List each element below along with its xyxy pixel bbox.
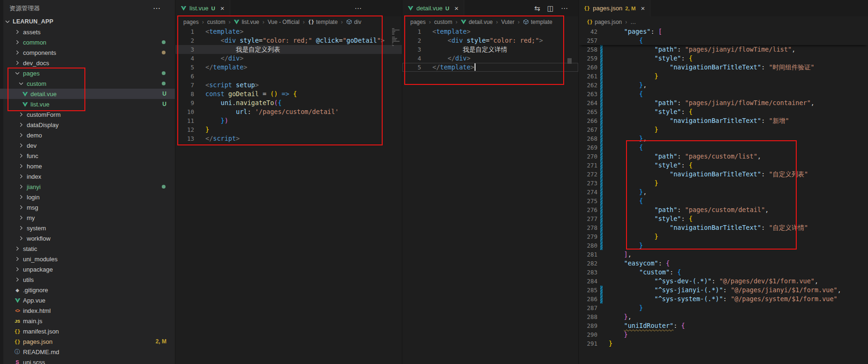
workspace-root[interactable]: LEARUN_APP bbox=[0, 16, 175, 27]
code-line-260[interactable]: 260 "navigationBarTitleText": "时间组件验证" bbox=[579, 63, 868, 72]
split-editor-icon[interactable]: ◫ bbox=[547, 4, 554, 13]
code-line-13[interactable]: 13</script> bbox=[175, 134, 402, 143]
code-line-271[interactable]: 271 "style": { bbox=[579, 161, 868, 170]
code-line-5[interactable]: 5</template> bbox=[402, 63, 578, 72]
code-line-287[interactable]: 287 } bbox=[579, 303, 868, 312]
tree-item-system[interactable]: system bbox=[0, 223, 175, 233]
tree-item-utils[interactable]: utils bbox=[0, 274, 175, 285]
open-changes-icon[interactable]: ⇆ bbox=[534, 4, 540, 13]
tree-item-main.js[interactable]: JSmain.js bbox=[0, 316, 175, 326]
breadcrumb-item[interactable]: div bbox=[346, 19, 361, 25]
code-line-12[interactable]: 12} bbox=[175, 125, 402, 134]
breadcrumb-item[interactable]: {}template bbox=[308, 19, 338, 25]
tab-list-vue[interactable]: list.vueU× bbox=[175, 0, 230, 16]
code-area[interactable]: 1<template>2 <div style="color: red;" @c… bbox=[175, 27, 402, 143]
close-icon[interactable]: × bbox=[641, 5, 645, 12]
code-line-261[interactable]: 261 } bbox=[579, 72, 868, 81]
tree-item-customForm[interactable]: customForm bbox=[0, 109, 175, 120]
breadcrumb-item[interactable]: {}pages.json bbox=[587, 19, 622, 25]
code-line-42[interactable]: 42 "pages": [ bbox=[579, 27, 868, 36]
code-line-273[interactable]: 273 } bbox=[579, 179, 868, 188]
code-line-10[interactable]: 10 url: '/pages/custom/detail' bbox=[175, 107, 402, 116]
code-line-4[interactable]: 4 </div> bbox=[402, 54, 578, 63]
breadcrumb-item[interactable]: … bbox=[630, 19, 636, 25]
close-icon[interactable]: × bbox=[220, 5, 225, 12]
code-line-290[interactable]: 290 } bbox=[579, 330, 868, 339]
code-line-291[interactable]: 291} bbox=[579, 339, 868, 348]
tree-item-pages[interactable]: pages bbox=[0, 68, 175, 78]
scrollbar-thumb[interactable] bbox=[567, 58, 572, 64]
breadcrumb-item[interactable]: custom bbox=[207, 19, 226, 25]
code-line-280[interactable]: 280 } bbox=[579, 241, 868, 250]
tree-item-components[interactable]: components bbox=[0, 47, 175, 58]
tree-item-pages.json[interactable]: {}pages.json2, M bbox=[0, 336, 175, 347]
code-line-2[interactable]: 2 <div style="color: red;"> bbox=[402, 36, 578, 45]
minimap[interactable] bbox=[392, 28, 400, 46]
code-line-285[interactable]: 285 "^sys-jianyi-(.*)": "@/pages/jianyi/… bbox=[579, 286, 868, 295]
breadcrumb-item[interactable]: Vue - Official bbox=[268, 19, 300, 25]
code-line-279[interactable]: 279 } bbox=[579, 232, 868, 241]
more-actions-icon[interactable]: ⋯ bbox=[355, 4, 362, 13]
code-line-264[interactable]: 264 "path": "pages/jianyi/flowTime/conta… bbox=[579, 99, 868, 107]
code-line-6[interactable]: 6 bbox=[175, 72, 402, 81]
code-line-4[interactable]: 4 </div> bbox=[175, 54, 402, 63]
code-area[interactable]: 258 "path": "pages/jianyi/flowTime/list"… bbox=[579, 45, 868, 348]
tree-item-common[interactable]: common bbox=[0, 37, 175, 47]
code-line-272[interactable]: 272 "navigationBarTitleText": "自定义列表" bbox=[579, 170, 868, 179]
code-line-284[interactable]: 284 "^sys-dev-(.*)": "@/pages/dev/$1/for… bbox=[579, 277, 868, 286]
code-line-7[interactable]: 7<script setup> bbox=[175, 81, 402, 90]
code-line-270[interactable]: 270 "path": "pages/custom/list", bbox=[579, 152, 868, 161]
breadcrumb-item[interactable]: Vuter bbox=[501, 19, 514, 25]
code-line-282[interactable]: 282 "easycom": { bbox=[579, 259, 868, 268]
code-line-266[interactable]: 266 "navigationBarTitleText": "新增" bbox=[579, 116, 868, 125]
tree-item-dev_docs[interactable]: dev_docs bbox=[0, 58, 175, 68]
breadcrumb-item[interactable]: pages bbox=[183, 19, 199, 25]
breadcrumb-item[interactable]: detail.vue bbox=[460, 19, 492, 25]
tree-item-unpackage[interactable]: unpackage bbox=[0, 264, 175, 274]
code-line-257[interactable]: 257 { bbox=[579, 36, 868, 45]
tree-item-README.md[interactable]: ⓘREADME.md bbox=[0, 347, 175, 357]
code-line-3[interactable]: 3 我是自定义列表 bbox=[175, 45, 402, 54]
code-line-3[interactable]: 3 我是自定义详情 bbox=[402, 45, 578, 54]
tab-pages-json[interactable]: {}pages.json2, M× bbox=[579, 0, 650, 16]
tree-item-manifest.json[interactable]: {}manifest.json bbox=[0, 326, 175, 336]
tab-detail-vue[interactable]: detail.vueU× bbox=[402, 0, 464, 16]
code-line-278[interactable]: 278 "navigationBarTitleText": "自定义详情" bbox=[579, 223, 868, 232]
tree-item-detail.vue[interactable]: detail.vueU bbox=[0, 89, 175, 99]
code-line-276[interactable]: 276 "path": "pages/custom/detail", bbox=[579, 205, 868, 214]
tree-item-dataDisplay[interactable]: dataDisplay bbox=[0, 120, 175, 130]
code-line-277[interactable]: 277 "style": { bbox=[579, 214, 868, 223]
tree-item-msg[interactable]: msg bbox=[0, 202, 175, 212]
code-line-281[interactable]: 281 ], bbox=[579, 250, 868, 259]
code-line-11[interactable]: 11 }) bbox=[175, 116, 402, 125]
tree-item-uni_modules[interactable]: uni_modules bbox=[0, 254, 175, 264]
code-line-8[interactable]: 8const goDetail = () => { bbox=[175, 90, 402, 99]
code-line-288[interactable]: 288 }, bbox=[579, 312, 868, 321]
code-line-258[interactable]: 258 "path": "pages/jianyi/flowTime/list"… bbox=[579, 45, 868, 54]
code-line-269[interactable]: 269 { bbox=[579, 143, 868, 152]
tree-item-static[interactable]: static bbox=[0, 243, 175, 254]
breadcrumb-item[interactable]: custom bbox=[434, 19, 453, 25]
code-line-259[interactable]: 259 "style": { bbox=[579, 54, 868, 63]
tree-item-index[interactable]: index bbox=[0, 171, 175, 182]
code-line-283[interactable]: 283 "custom": { bbox=[579, 268, 868, 277]
code-line-262[interactable]: 262 }, bbox=[579, 81, 868, 90]
code-line-275[interactable]: 275 { bbox=[579, 197, 868, 205]
code-line-289[interactable]: 289 "uniIdRouter": { bbox=[579, 321, 868, 330]
tree-item-assets[interactable]: assets bbox=[0, 27, 175, 37]
explorer-more-icon[interactable]: ⋯ bbox=[153, 4, 161, 13]
tree-item-list.vue[interactable]: list.vueU bbox=[0, 99, 175, 109]
tree-item-workflow[interactable]: workflow bbox=[0, 233, 175, 243]
code-line-263[interactable]: 263 { bbox=[579, 90, 868, 99]
tree-item-custom[interactable]: custom bbox=[0, 78, 175, 89]
tree-item-dev[interactable]: dev bbox=[0, 140, 175, 151]
tree-item-func[interactable]: func bbox=[0, 151, 175, 161]
tree-item-.gitignore[interactable]: ◆.gitignore bbox=[0, 285, 175, 295]
tree-item-uni.scss[interactable]: Suni.scss bbox=[0, 357, 175, 364]
tree-item-index.html[interactable]: <>index.html bbox=[0, 305, 175, 316]
breadcrumb-item[interactable]: list.vue bbox=[234, 19, 259, 25]
tree-item-demo[interactable]: demo bbox=[0, 130, 175, 140]
code-area[interactable]: 1<template>2 <div style="color: red;">3 … bbox=[402, 27, 578, 72]
code-line-1[interactable]: 1<template> bbox=[402, 27, 578, 36]
breadcrumb-item[interactable]: template bbox=[523, 19, 552, 25]
